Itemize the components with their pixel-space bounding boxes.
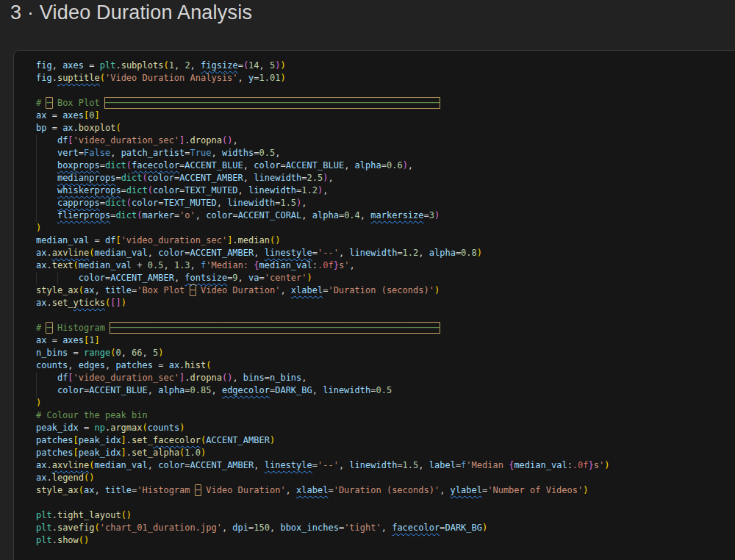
code-token: , bbox=[238, 185, 248, 195]
code-token: = bbox=[254, 148, 259, 158]
code-token: hist bbox=[184, 360, 206, 370]
code-token: 1.2 bbox=[301, 185, 318, 195]
code-token: , bbox=[339, 248, 349, 258]
code-line: peak_idx = np.argmax(counts) bbox=[36, 422, 735, 434]
code-token: , bbox=[94, 285, 104, 295]
code-line: ax.axvline(median_val, color=ACCENT_AMBE… bbox=[36, 459, 735, 472]
code-token: 'video_duration_sec' bbox=[121, 235, 228, 245]
code-token: 'Number of Videos' bbox=[487, 485, 583, 495]
code-token: median_val bbox=[36, 235, 89, 245]
code-token: = bbox=[184, 385, 190, 395]
code-token: 0 bbox=[115, 348, 121, 358]
code-token: df bbox=[57, 373, 68, 383]
code-token: alpha bbox=[429, 248, 456, 258]
code-token: 1 bbox=[169, 60, 174, 71]
code-token: ( bbox=[163, 60, 168, 71]
code-token: () bbox=[270, 235, 280, 245]
code-token: facecolor bbox=[392, 523, 440, 533]
code-line: fig, axes = plt.subplots(1, 2, figsize=(… bbox=[36, 60, 735, 72]
code-token: ax bbox=[36, 248, 46, 258]
code-token: 9 bbox=[232, 273, 237, 283]
code-token: dict bbox=[105, 160, 126, 170]
code-token: plt bbox=[100, 60, 116, 71]
code-token: () bbox=[222, 373, 232, 383]
code-line: color=ACCENT_BLUE, alpha=0.85, edgecolor… bbox=[36, 384, 735, 397]
code-token: , bbox=[196, 210, 206, 220]
code-token: + bbox=[132, 260, 148, 270]
code-token bbox=[36, 273, 57, 283]
code-token: label bbox=[429, 460, 456, 470]
code-line: vert=False, patch_artist=True, widths=0.… bbox=[36, 147, 735, 159]
code-token bbox=[36, 173, 57, 183]
code-line: patches[peak_idx].set_alpha(1.0) bbox=[36, 447, 735, 459]
code-token: peak_idx bbox=[79, 448, 121, 458]
code-token: facecolor bbox=[153, 435, 201, 445]
code-token: ────────────────────────────────────────… bbox=[110, 322, 440, 334]
code-token: xlabel bbox=[296, 485, 328, 495]
code-token: . bbox=[46, 298, 51, 308]
code-token: 1.01 bbox=[259, 73, 281, 83]
code-token: ) bbox=[403, 160, 408, 170]
code-token: title bbox=[105, 285, 132, 295]
code-token: s' bbox=[339, 260, 349, 270]
code-token: linestyle bbox=[265, 248, 312, 258]
code-line bbox=[36, 85, 735, 97]
code-token: [ bbox=[68, 135, 73, 146]
code-token: ax bbox=[36, 335, 46, 345]
code-token: fig bbox=[36, 60, 52, 71]
code-token: 2.5 bbox=[307, 173, 323, 183]
code-token: , bbox=[243, 173, 254, 183]
code-token: , bbox=[312, 385, 323, 395]
code-token: False bbox=[84, 148, 110, 158]
code-token: , bbox=[174, 60, 184, 71]
code-token: = bbox=[259, 273, 265, 283]
code-token: median bbox=[238, 235, 270, 245]
code-line: color=ACCENT_AMBER, fontsize=9, va='cent… bbox=[36, 272, 735, 284]
code-token: subplots bbox=[121, 60, 164, 71]
code-token: 0.8 bbox=[461, 248, 477, 258]
code-token bbox=[57, 273, 79, 283]
code-token: } bbox=[334, 260, 339, 270]
code-token: xlabel bbox=[291, 285, 323, 295]
code-token: , bbox=[217, 198, 227, 208]
code-token: color bbox=[254, 160, 280, 170]
code-token: dpi bbox=[232, 523, 248, 533]
code-line: ax.legend() bbox=[36, 472, 735, 484]
code-token: , bbox=[174, 273, 184, 283]
code-token: plt bbox=[36, 510, 52, 520]
code-token: 'Box Plot bbox=[137, 285, 190, 295]
code-token: } bbox=[589, 460, 594, 470]
code-token: axes bbox=[62, 60, 84, 71]
code-token: bins bbox=[243, 373, 265, 383]
code-token: = bbox=[238, 60, 243, 71]
code-line: flierprops=dict(marker='o', color=ACCENT… bbox=[36, 209, 735, 222]
code-line: plt.show() bbox=[36, 534, 735, 547]
code-token: alpha bbox=[312, 210, 339, 220]
code-token: capprops bbox=[57, 198, 100, 208]
code-token: 14 bbox=[248, 60, 259, 71]
code-token: linewidth bbox=[248, 185, 296, 195]
code-token: 0.6 bbox=[387, 160, 403, 170]
code-token: range bbox=[84, 348, 110, 358]
code-token: ax bbox=[36, 473, 46, 483]
code-line: n_bins = range(0, 66, 5) bbox=[36, 347, 735, 359]
code-token: , bbox=[238, 273, 248, 283]
code-token: , bbox=[211, 148, 221, 158]
code-token: , bbox=[232, 135, 237, 146]
code-token: , bbox=[143, 348, 153, 358]
code-token: TEXT_MUTED bbox=[163, 198, 216, 208]
code-token: ACCENT_BLUE bbox=[286, 160, 344, 170]
code-token: ACCENT_AMBER bbox=[190, 248, 254, 258]
code-token: , bbox=[94, 485, 104, 495]
code-token: = bbox=[121, 185, 126, 195]
code-token: ACCENT_BLUE bbox=[89, 385, 147, 395]
code-line: median_val = df['video_duration_sec'].me… bbox=[36, 234, 735, 247]
code-token: . bbox=[184, 135, 190, 146]
code-token: patches bbox=[36, 435, 74, 445]
code-token: ACCENT_AMBER bbox=[179, 173, 243, 183]
code-token: style_ax bbox=[36, 285, 79, 295]
code-line: # Colour the peak bin bbox=[36, 409, 735, 422]
code-token: , bbox=[301, 210, 312, 220]
code-token: linewidth bbox=[227, 198, 275, 208]
code-token: = bbox=[184, 460, 190, 470]
